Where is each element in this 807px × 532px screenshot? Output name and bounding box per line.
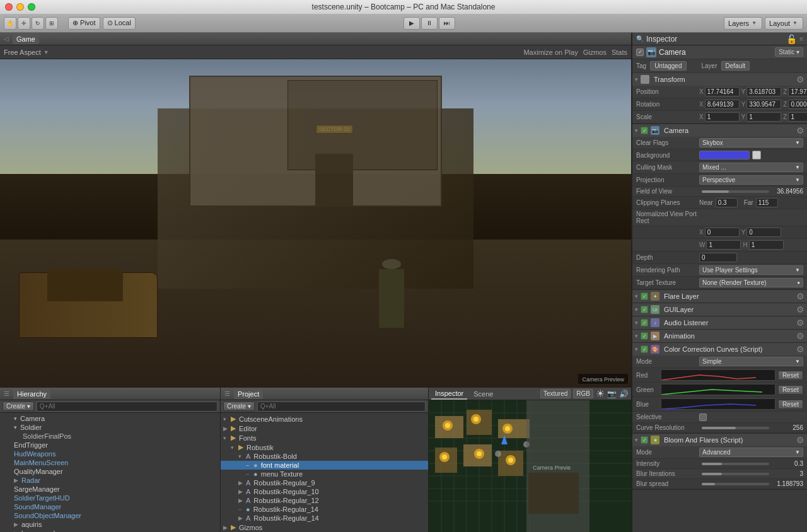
green-curve[interactable] — [661, 384, 775, 395]
list-item[interactable]: ▶ ▶ Editor — [221, 424, 428, 433]
rot-y-value[interactable]: 330.9547 — [746, 100, 781, 109]
textured-dropdown[interactable]: Textured — [540, 389, 571, 398]
bloom-settings-icon[interactable]: ⚙ — [796, 435, 804, 445]
bloom-header[interactable]: ▾ ✓ ★ Bloom And Flares (Script) ⚙ — [632, 434, 807, 446]
rgb-dropdown[interactable]: RGB — [573, 389, 593, 398]
hierarchy-search-input[interactable] — [37, 402, 218, 412]
rot-z-value[interactable]: 0.0009765625 — [788, 100, 807, 109]
pos-x-value[interactable]: 17.74164 — [705, 87, 740, 96]
flare-settings-icon[interactable]: ⚙ — [796, 291, 804, 301]
list-item[interactable]: – ● Robustik-Regular_14 — [221, 505, 428, 514]
camera-settings-icon[interactable]: ⚙ — [796, 125, 804, 136]
transform-header[interactable]: ▾ Transform ⚙ — [632, 73, 807, 86]
list-item[interactable]: ▶ A Robustik-Regular_9 — [221, 478, 428, 487]
local-button[interactable]: ⊙ Local — [103, 17, 136, 30]
selective-checkbox[interactable] — [699, 413, 707, 421]
camera-comp-header[interactable]: ▾ ✓ 📷 Camera ⚙ — [632, 124, 807, 137]
gizmos-btn[interactable]: Gizmos — [583, 49, 607, 56]
rot-x-value[interactable]: 8.649139 — [705, 100, 740, 109]
list-item[interactable]: ▾ A Robustik-Bold — [221, 452, 428, 461]
flare-enabled-checkbox[interactable]: ✓ — [641, 292, 648, 300]
far-value[interactable]: 115 — [756, 198, 778, 207]
red-reset-button[interactable]: Reset — [778, 371, 803, 380]
aspect-selector[interactable]: Free Aspect ▼ — [4, 49, 49, 56]
clear-flags-dropdown[interactable]: Skybox ▼ — [699, 138, 803, 147]
vp-w-value[interactable]: 1 — [706, 240, 741, 250]
play-button[interactable]: ▶ — [404, 17, 420, 30]
vp-x-value[interactable]: 0 — [705, 228, 740, 237]
scale-z-value[interactable]: 1 — [788, 112, 807, 122]
list-item[interactable]: EndTrigger — [0, 441, 220, 449]
list-item[interactable]: ▾ ▶ Robustik — [221, 442, 428, 452]
list-item[interactable]: ▾Camera — [0, 414, 220, 423]
list-item[interactable]: SoundObjectManager — [0, 511, 220, 520]
list-item[interactable]: MainMenuScreen — [0, 458, 220, 467]
list-item[interactable]: ▾Soldier — [0, 423, 220, 432]
scale-tool-button[interactable]: ⊞ — [45, 17, 58, 30]
rendering-dropdown[interactable]: Use Player Settings ▼ — [699, 265, 803, 275]
vp-h-value[interactable]: 1 — [749, 240, 784, 250]
list-item[interactable]: ▶Radar — [0, 476, 220, 485]
minimize-button[interactable] — [16, 3, 24, 11]
projection-dropdown[interactable]: Perspective ▼ — [699, 175, 803, 185]
maximize-on-play-btn[interactable]: Maximize on Play — [523, 49, 578, 56]
list-item[interactable]: – ● menu Texture — [221, 470, 428, 478]
blur-iterations-slider[interactable] — [702, 473, 769, 475]
list-item[interactable]: ▶aquiris — [0, 520, 220, 529]
bloom-enabled-checkbox[interactable]: ✓ — [641, 436, 648, 444]
tag-dropdown[interactable]: Untagged — [650, 61, 686, 71]
game-tab[interactable]: Game — [13, 34, 39, 44]
object-enabled-checkbox[interactable]: ✓ — [636, 49, 644, 56]
red-curve[interactable] — [661, 369, 775, 381]
bottom-inspector-tab[interactable]: Inspector — [431, 388, 467, 400]
color-mode-dropdown[interactable]: Simple ▼ — [699, 357, 803, 366]
list-item[interactable]: ▶ A Robustik-Regular_12 — [221, 496, 428, 505]
rotate-tool-button[interactable]: ↻ — [32, 17, 44, 30]
curve-resolution-slider[interactable] — [702, 427, 769, 429]
color-correction-settings-icon[interactable]: ⚙ — [796, 344, 804, 354]
step-button[interactable]: ⏭ — [439, 17, 455, 30]
fov-slider[interactable] — [702, 190, 769, 193]
maximize-button[interactable] — [28, 3, 35, 11]
camera-enabled-checkbox[interactable]: ✓ — [641, 127, 648, 134]
culling-mask-dropdown[interactable]: Mixed ... ▼ — [699, 163, 803, 172]
green-reset-button[interactable]: Reset — [778, 385, 803, 395]
near-value[interactable]: 0.3 — [716, 198, 738, 207]
stats-btn[interactable]: Stats — [612, 49, 627, 56]
list-item[interactable]: ▾ ▶ CutsceneAnimations — [221, 414, 428, 424]
list-item[interactable]: SargeManager — [0, 485, 220, 494]
project-search-input[interactable] — [257, 402, 426, 412]
pos-z-value[interactable]: 17.97578 — [788, 87, 807, 96]
blue-reset-button[interactable]: Reset — [778, 400, 803, 409]
vp-y-value[interactable]: 0 — [746, 228, 781, 237]
static-button[interactable]: Static ▾ — [775, 47, 803, 57]
inspector-lock-icon[interactable]: 🔓 — [786, 34, 797, 44]
list-item[interactable]: ▶ A Robustik-Regular_14 — [221, 514, 428, 523]
list-item[interactable]: ▶ ▶ Gizmos — [221, 523, 428, 532]
color-picker-button[interactable]: 🖊 — [752, 151, 761, 159]
list-item[interactable]: ▶ A Robustik-Regular_10 — [221, 487, 428, 496]
color-correction-header[interactable]: ▾ ✓ 🎨 Color Correction Curves (Script) ⚙ — [632, 343, 807, 356]
list-item[interactable]: ▾ ▶ Fonts — [221, 433, 428, 442]
bottom-scene-tab[interactable]: Scene — [470, 389, 497, 399]
audio-settings-icon[interactable]: ⚙ — [796, 318, 804, 328]
gui-settings-icon[interactable]: ⚙ — [796, 304, 804, 315]
scale-y-value[interactable]: 1 — [746, 112, 781, 122]
color-correction-enabled-checkbox[interactable]: ✓ — [641, 345, 648, 353]
transform-settings-icon[interactable]: ⚙ — [796, 74, 804, 84]
audio-listener-header[interactable]: ▾ ✓ ♪ Audio Listener ⚙ — [632, 316, 807, 329]
list-item[interactable]: ▶beams_columns — [0, 529, 220, 532]
pos-y-value[interactable]: 3.618703 — [746, 87, 781, 96]
list-item[interactable]: – ● font material — [221, 461, 428, 470]
layer-dropdown[interactable]: Default — [721, 61, 750, 71]
depth-value[interactable]: 0 — [699, 253, 737, 262]
move-tool-button[interactable]: ✛ — [18, 17, 30, 30]
hierarchy-create-button[interactable]: Create ▾ — [3, 402, 34, 411]
animation-enabled-checkbox[interactable]: ✓ — [641, 332, 648, 340]
list-item[interactable]: QualityManager — [0, 467, 220, 476]
animation-settings-icon[interactable]: ⚙ — [796, 331, 804, 341]
intensity-slider[interactable] — [702, 463, 769, 465]
layout-dropdown[interactable]: Layout ▼ — [765, 17, 803, 30]
list-item[interactable]: SoldierFinalPos — [0, 432, 220, 441]
pivot-button[interactable]: ⊕ Pivot — [68, 17, 100, 30]
